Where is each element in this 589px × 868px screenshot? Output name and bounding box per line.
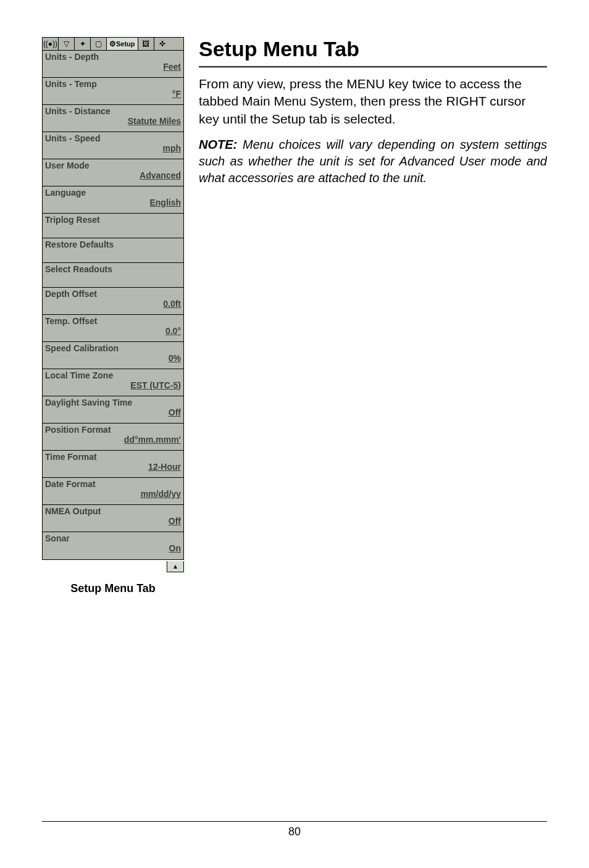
menu-row-label: User Mode (45, 161, 181, 170)
menu-row: Position Formatdd°mm.mmm' (43, 424, 183, 451)
menu-row: Units - Speedmph (43, 132, 183, 159)
menu-row: Speed Calibration0% (43, 342, 183, 369)
menu-row-value: °F (45, 89, 181, 99)
menu-row-value: 0.0° (45, 326, 181, 336)
tab-icon-sonar: ((●)) (43, 38, 59, 50)
menu-row-value: 0.0ft (45, 299, 181, 309)
tab-icon-alarms: ▢ (91, 38, 107, 50)
page-title: Setup Menu Tab (199, 37, 547, 61)
menu-row-label: Speed Calibration (45, 343, 181, 353)
menu-row: Units - Temp°F (43, 78, 183, 105)
menu-row: Restore Defaults (43, 238, 183, 263)
page-number: 80 (288, 825, 301, 838)
setup-menu-list: Units - DepthFeetUnits - Temp°FUnits - D… (42, 51, 184, 560)
menu-row-value: Statute Miles (45, 116, 181, 126)
menu-row: User ModeAdvanced (43, 159, 183, 186)
tab-setup-label: Setup (116, 40, 135, 48)
menu-row-label: Units - Depth (45, 52, 181, 62)
menu-row-value: English (45, 198, 181, 207)
intro-paragraph: From any view, press the MENU key twice … (199, 75, 547, 128)
menu-row-label: Position Format (45, 425, 181, 435)
tab-icon-chart: ✦ (75, 38, 91, 50)
menu-row-label: Daylight Saving Time (45, 398, 181, 407)
menu-row-label: Time Format (45, 452, 181, 462)
menu-row-value: mph (45, 143, 181, 153)
menu-row-value: EST (UTC-5) (45, 380, 181, 390)
body-text: Setup Menu Tab From any view, press the … (199, 37, 547, 186)
menu-row: Local Time ZoneEST (UTC-5) (43, 369, 183, 396)
scroll-up-icon: ▴ (167, 561, 184, 572)
menu-row-label: Date Format (45, 479, 181, 489)
menu-row-label: Sonar (45, 533, 181, 543)
menu-row: SonarOn (43, 532, 183, 559)
menu-row-label: Triplog Reset (45, 215, 181, 225)
screenshot-figure: ((●)) ▽ ✦ ▢ ⚙ Setup 🖼 ✜ Units - DepthFee… (42, 37, 184, 595)
tab-icon-views: 🖼 (138, 38, 154, 50)
menu-row-value: 12-Hour (45, 462, 181, 472)
menu-row-label: Temp. Offset (45, 316, 181, 326)
menu-row: Select Readouts (43, 263, 183, 288)
menu-row-value: dd°mm.mmm' (45, 435, 181, 444)
note-paragraph: NOTE: Menu choices will vary depending o… (199, 136, 547, 186)
menu-row-label: Units - Speed (45, 133, 181, 143)
page-footer: 80 (42, 821, 547, 838)
menu-row: Temp. Offset0.0° (43, 315, 183, 342)
menu-row-value: Off (45, 516, 181, 526)
menu-row-label: Depth Offset (45, 289, 181, 299)
menu-row: Depth Offset0.0ft (43, 288, 183, 315)
menu-row-value: Advanced (45, 170, 181, 180)
menu-row-value: Off (45, 407, 181, 417)
menu-row-label: Select Readouts (45, 264, 181, 274)
menu-row-label: Units - Distance (45, 106, 181, 116)
scroll-hint: ▴ (42, 560, 184, 572)
figure-caption: Setup Menu Tab (42, 582, 184, 595)
tab-icon-nav: ▽ (59, 38, 75, 50)
menu-row: Daylight Saving TimeOff (43, 396, 183, 424)
note-lead: NOTE: (199, 138, 237, 151)
menu-row-value: On (45, 543, 181, 553)
menu-row-value: mm/dd/yy (45, 489, 181, 499)
menu-row: Time Format12-Hour (43, 451, 183, 478)
menu-row: Units - DepthFeet (43, 51, 183, 78)
menu-row-value: 0% (45, 353, 181, 363)
title-rule (199, 66, 547, 68)
wrench-icon: ⚙ (109, 40, 116, 48)
menu-row: Date Formatmm/dd/yy (43, 478, 183, 505)
menu-row-label: Units - Temp (45, 79, 181, 89)
menu-row-label: Language (45, 188, 181, 198)
tab-bar: ((●)) ▽ ✦ ▢ ⚙ Setup 🖼 ✜ (42, 37, 184, 51)
menu-row: LanguageEnglish (43, 186, 183, 214)
tab-setup-selected: ⚙ Setup (107, 38, 138, 50)
menu-row-label: Restore Defaults (45, 240, 181, 249)
menu-row-label: NMEA Output (45, 506, 181, 516)
menu-row-value: Feet (45, 62, 181, 72)
tab-icon-accessories: ✜ (154, 38, 170, 50)
menu-row: Triplog Reset (43, 214, 183, 238)
menu-row-label: Local Time Zone (45, 370, 181, 380)
menu-row: Units - DistanceStatute Miles (43, 105, 183, 132)
menu-row: NMEA OutputOff (43, 505, 183, 532)
note-body: Menu choices will vary depending on syst… (199, 138, 547, 185)
